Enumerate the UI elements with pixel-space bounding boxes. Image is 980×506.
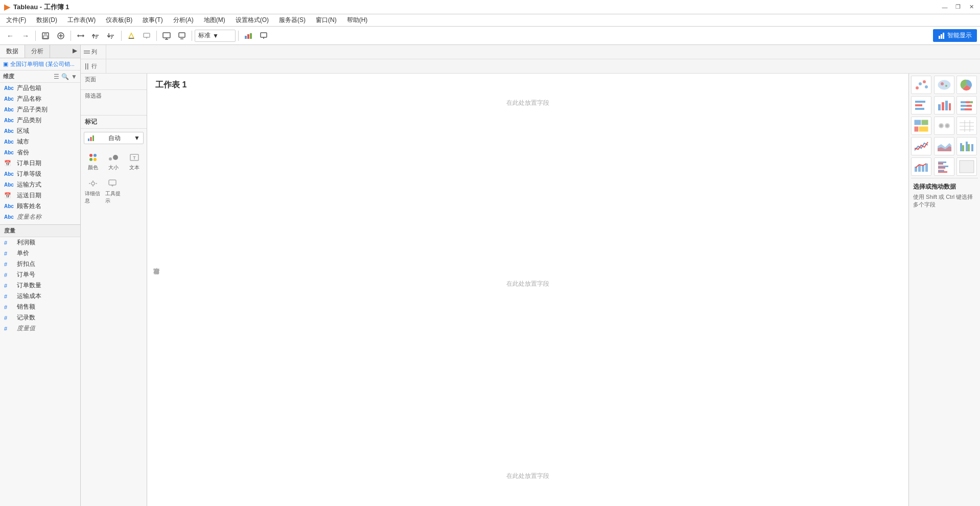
cols-shelf-content[interactable]	[106, 45, 980, 59]
menu-analysis[interactable]: 分析(A)	[169, 15, 198, 26]
svg-rect-34	[84, 51, 90, 52]
menu-worksheet[interactable]: 工作表(W)	[63, 15, 100, 26]
marks-color-item[interactable]: 颜色	[84, 149, 102, 173]
toolbar-chart-btn[interactable]	[241, 29, 255, 42]
field-search-icon[interactable]: ☰	[54, 73, 59, 80]
panel-options-icon[interactable]: ▼	[71, 73, 77, 80]
svg-rect-88	[962, 145, 964, 151]
svg-point-79	[946, 124, 949, 127]
menu-map[interactable]: 地图(M)	[200, 15, 229, 26]
toolbar-screen-btn[interactable]	[256, 29, 271, 42]
marks-detail-label: 详细信息	[85, 190, 101, 204]
chart-btn-hbar[interactable]	[911, 96, 931, 114]
field-item-city[interactable]: Abc 城市	[0, 136, 80, 147]
toolbar-present-btn[interactable]	[159, 29, 174, 42]
menu-file[interactable]: 文件(F)	[2, 15, 30, 26]
toolbar-redo-btn[interactable]: →	[18, 29, 33, 42]
field-item-measure-value[interactable]: # 度量值	[0, 323, 80, 334]
svg-rect-21	[163, 33, 170, 38]
toolbar-sep4	[156, 31, 157, 41]
field-item-product-cat[interactable]: Abc 产品类别	[0, 115, 80, 126]
field-item-sales[interactable]: # 销售额	[0, 302, 80, 312]
field-item-order-qty[interactable]: # 订单数量	[0, 280, 80, 291]
restore-button[interactable]: ❐	[953, 3, 963, 12]
field-item-measure-name[interactable]: Abc 度量名称	[0, 212, 80, 222]
chart-btn-line[interactable]	[911, 137, 931, 155]
toolbar-sort-asc-btn[interactable]	[89, 29, 103, 42]
toolbar-monitor-btn[interactable]	[175, 29, 189, 42]
toolbar-newds-btn[interactable]	[54, 29, 68, 42]
panel-collapse-btn[interactable]: ▶	[69, 45, 80, 58]
chart-btn-area[interactable]	[934, 137, 954, 155]
chart-btn-combo[interactable]	[911, 157, 931, 176]
canvas-body[interactable]: 在此处放置字段 在此处放置字段 在此处放置字段 在此处放置字段	[147, 95, 908, 506]
menu-data[interactable]: 数据(D)	[32, 15, 61, 26]
chart-btn-pie[interactable]	[956, 76, 977, 94]
toolbar-undo-btn[interactable]: ←	[3, 29, 17, 42]
marks-detail-item[interactable]: 详细信息	[84, 175, 102, 206]
menu-server[interactable]: 服务器(S)	[275, 15, 310, 26]
menu-story[interactable]: 故事(T)	[138, 15, 167, 26]
chart-btn-blank[interactable]	[956, 157, 977, 176]
svg-point-42	[113, 155, 118, 160]
toolbar-tooltip-btn[interactable]	[139, 29, 154, 42]
close-button[interactable]: ✕	[967, 3, 976, 12]
tab-data[interactable]: 数据	[0, 45, 25, 58]
field-item-ship-cost[interactable]: # 运输成本	[0, 291, 80, 302]
field-item-order-level[interactable]: Abc 订单等级	[0, 169, 80, 179]
field-filter-icon[interactable]: 🔍	[61, 73, 69, 80]
svg-point-53	[923, 80, 926, 83]
field-item-province[interactable]: Abc 省份	[0, 147, 80, 158]
field-item-product-box[interactable]: Abc 产品包箱	[0, 83, 80, 94]
tab-analysis[interactable]: 分析	[25, 45, 50, 58]
field-item-record-count[interactable]: # 记录数	[0, 312, 80, 323]
chart-btn-circle[interactable]	[934, 117, 954, 135]
menu-format[interactable]: 设置格式(O)	[231, 15, 273, 26]
chart-btn-map[interactable]	[934, 76, 954, 94]
chart-btn-text[interactable]	[956, 117, 977, 135]
svg-rect-38	[88, 139, 89, 141]
marks-tooltip-icon	[106, 177, 121, 190]
field-item-order-date[interactable]: 📅 订单日期	[0, 158, 80, 169]
fit-dropdown[interactable]: 标准 ▼	[195, 30, 236, 42]
svg-rect-28	[250, 33, 252, 39]
chart-btn-treemap[interactable]	[911, 117, 931, 135]
toolbar-swap-btn[interactable]	[74, 29, 88, 42]
field-item-ship-date[interactable]: 📅 运送日期	[0, 190, 80, 201]
measures-section-title: 度量	[0, 224, 80, 237]
toolbar-sep1	[35, 31, 36, 41]
menu-window[interactable]: 窗口(N)	[312, 15, 341, 26]
toolbar-highlight-btn[interactable]	[124, 29, 138, 42]
field-item-discount[interactable]: # 折扣点	[0, 259, 80, 269]
marks-size-item[interactable]: 大小	[104, 149, 123, 173]
menu-help[interactable]: 帮助(H)	[343, 15, 372, 26]
field-item-customer[interactable]: Abc 顾客姓名	[0, 201, 80, 212]
smart-show-button[interactable]: 智能显示	[933, 29, 977, 42]
field-item-product-name[interactable]: Abc 产品名称	[0, 94, 80, 104]
chart-btn-scatter[interactable]	[911, 76, 931, 94]
menu-dashboard[interactable]: 仪表板(B)	[102, 15, 136, 26]
toolbar-sep3	[121, 31, 122, 41]
marks-tooltip-item[interactable]: 工具提示	[104, 175, 123, 206]
toolbar-sort-desc-btn[interactable]	[104, 29, 119, 42]
field-item-price[interactable]: # 单价	[0, 248, 80, 259]
svg-rect-91	[971, 144, 973, 151]
chart-btn-hbar2[interactable]	[934, 157, 954, 176]
field-item-order-no[interactable]: # 订单号	[0, 269, 80, 280]
minimize-button[interactable]: —	[940, 3, 949, 12]
field-item-product-sub[interactable]: Abc 产品子类别	[0, 104, 80, 115]
chart-btn-vbar[interactable]	[934, 96, 954, 114]
field-item-profit[interactable]: # 利润额	[0, 237, 80, 248]
toolbar-save-btn[interactable]	[38, 29, 53, 42]
rows-shelf-content[interactable]	[106, 59, 980, 73]
chart-btn-gantt[interactable]	[956, 96, 977, 114]
svg-rect-65	[961, 101, 966, 103]
toolbar-sep2	[71, 31, 71, 41]
field-item-ship-method[interactable]: Abc 运输方式	[0, 179, 80, 190]
data-source-row[interactable]: ▣ 全国订单明细 (某公司销...	[0, 58, 80, 71]
field-item-region[interactable]: Abc 区域	[0, 126, 80, 136]
marks-type-dropdown[interactable]: 自动 ▼	[84, 132, 144, 144]
chart-btn-vbar2[interactable]	[956, 137, 977, 155]
rows-shelf-row: 行	[81, 59, 980, 74]
marks-text-item[interactable]: T 文本	[125, 149, 144, 173]
